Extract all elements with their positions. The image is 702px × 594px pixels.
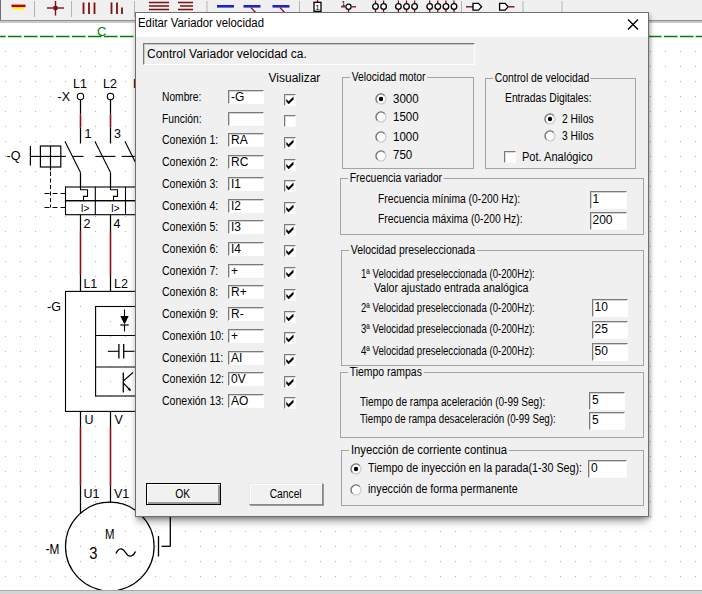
svg-text:1: 1	[315, 3, 320, 12]
svg-text:L2: L2	[114, 277, 128, 291]
svg-text:-M: -M	[46, 540, 60, 557]
svg-text:U1: U1	[83, 487, 99, 501]
svg-text:M: M	[105, 526, 115, 542]
svg-text:I>: I>	[81, 203, 90, 214]
svg-text:3: 3	[89, 544, 97, 563]
svg-text:4: 4	[114, 217, 121, 231]
svg-text:V1: V1	[114, 487, 129, 501]
svg-text:V: V	[115, 413, 124, 427]
svg-text:U: U	[85, 413, 94, 427]
svg-text:-X: -X	[58, 90, 71, 104]
svg-text:L1: L1	[83, 277, 97, 291]
svg-text:1: 1	[85, 127, 92, 141]
svg-text:I>: I>	[111, 203, 120, 214]
svg-text:L1: L1	[73, 77, 87, 91]
svg-text:-Q: -Q	[7, 149, 21, 163]
svg-text:C: C	[97, 24, 106, 39]
svg-text:3: 3	[114, 127, 121, 141]
svg-text:-G: -G	[47, 300, 61, 314]
svg-text:2: 2	[84, 217, 91, 231]
svg-text:L2: L2	[103, 77, 117, 91]
